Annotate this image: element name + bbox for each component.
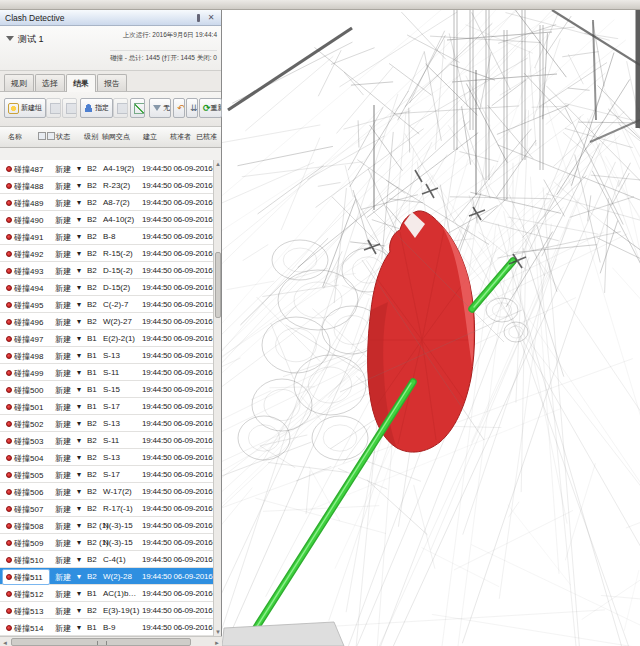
tab-报告[interactable]: 报告 — [97, 74, 127, 91]
column-header-4[interactable]: 轴网交点 — [102, 132, 130, 142]
compact-button[interactable]: ⇊ — [186, 98, 198, 118]
created-datetime: 19:44:50 06-09-2016 — [142, 555, 213, 564]
status-dropdown-icon[interactable]: ▾ — [77, 215, 81, 224]
grid-header[interactable]: 名称状态级别轴网交点建立核准者已核准 — [0, 127, 221, 148]
column-header-6[interactable]: 核准者 — [170, 132, 191, 142]
table-row[interactable]: 碰撞502新建▾B2S-1319:44:50 06-09-2016 — [0, 415, 214, 432]
table-row[interactable]: 碰撞488新建▾B2R-23(2)19:44:50 06-09-2016 — [0, 177, 214, 194]
test-name[interactable]: 测试 1 — [18, 33, 44, 46]
table-row[interactable]: 碰撞513新建▾B2E(3)-19(1)19:44:50 06-09-2016 — [0, 602, 214, 619]
vertical-scrollbar[interactable]: ▲ ▼ — [213, 160, 221, 636]
table-row[interactable]: 碰撞499新建▾B1S-1119:44:50 06-09-2016 — [0, 364, 214, 381]
table-row[interactable]: 碰撞514新建▾B1B-919:44:50 06-09-2016 — [0, 619, 214, 636]
table-row[interactable]: 碰撞491新建▾B2B-819:44:50 06-09-2016 — [0, 228, 214, 245]
status-dropdown-icon[interactable]: ▾ — [77, 623, 81, 632]
panel-titlebar[interactable]: Clash Detective ✕ — [0, 10, 221, 26]
scroll-right-icon[interactable]: ► — [213, 639, 221, 646]
status-dropdown-icon[interactable]: ▾ — [77, 334, 81, 343]
status-dropdown-icon[interactable]: ▾ — [77, 368, 81, 377]
table-row[interactable]: 碰撞504新建▾B2S-1319:44:50 06-09-2016 — [0, 449, 214, 466]
clash-status-dot-icon — [6, 268, 12, 274]
status-dropdown-icon[interactable]: ▾ — [77, 589, 81, 598]
status-dropdown-icon[interactable]: ▾ — [77, 181, 81, 190]
3d-viewport[interactable] — [222, 10, 640, 646]
table-row[interactable]: 碰撞487新建▾B2A4-19(2)19:44:50 06-09-2016 — [0, 160, 214, 177]
status-dropdown-icon[interactable]: ▾ — [77, 521, 81, 530]
status-dropdown-icon[interactable]: ▾ — [77, 317, 81, 326]
table-row[interactable]: 碰撞489新建▾B2A8-7(2)19:44:50 06-09-2016 — [0, 194, 214, 211]
unassign-button[interactable] — [113, 98, 128, 118]
chevron-down-icon[interactable] — [6, 36, 14, 41]
status-dropdown-icon[interactable]: ▾ — [77, 555, 81, 564]
tab-结果[interactable]: 结果 — [66, 74, 96, 92]
close-icon[interactable]: ✕ — [206, 13, 216, 23]
comment-button[interactable] — [130, 98, 145, 118]
add-to-group-button[interactable] — [46, 98, 61, 118]
pin-icon[interactable] — [193, 13, 203, 23]
status-dropdown-icon[interactable]: ▾ — [77, 606, 81, 615]
tab-选择[interactable]: 选择 — [35, 74, 65, 91]
status-dropdown-icon[interactable]: ▾ — [77, 453, 81, 462]
table-row[interactable]: 碰撞507新建▾B2R-17(-1)19:44:50 06-09-2016 — [0, 500, 214, 517]
table-row[interactable]: 碰撞503新建▾B2S-1119:44:50 06-09-2016 — [0, 432, 214, 449]
table-row[interactable]: 碰撞501新建▾B1S-1719:44:50 06-09-2016 — [0, 398, 214, 415]
table-row[interactable]: 碰撞498新建▾B1S-1319:44:50 06-09-2016 — [0, 347, 214, 364]
table-row[interactable]: 碰撞496新建▾B2W(2)-2719:44:50 06-09-2016 — [0, 313, 214, 330]
status-dropdown-icon[interactable]: ▾ — [77, 470, 81, 479]
status-dropdown-icon[interactable]: ▾ — [77, 300, 81, 309]
table-row[interactable]: 碰撞500新建▾B1S-1519:44:50 06-09-2016 — [0, 381, 214, 398]
created-datetime: 19:44:50 06-09-2016 — [142, 283, 213, 292]
status-dropdown-icon[interactable]: ▾ — [77, 351, 81, 360]
table-row[interactable]: 碰撞492新建▾B2R-15(-2)19:44:50 06-09-2016 — [0, 245, 214, 262]
table-row[interactable]: 碰撞510新建▾B2C-4(1)19:44:50 06-09-2016 — [0, 551, 214, 568]
scroll-down-icon[interactable]: ▼ — [215, 628, 221, 636]
horizontal-scroll-thumb[interactable] — [11, 638, 191, 646]
table-row[interactable]: 碰撞493新建▾B2D-15(-2)19:44:50 06-09-2016 — [0, 262, 214, 279]
status-dropdown-icon[interactable]: ▾ — [77, 198, 81, 207]
status-dropdown-icon[interactable]: ▾ — [77, 232, 81, 241]
status-dropdown-icon[interactable]: ▾ — [77, 504, 81, 513]
status-dropdown-icon[interactable]: ▾ — [77, 538, 81, 547]
remove-from-group-button[interactable] — [62, 98, 77, 118]
scroll-up-icon[interactable]: ▲ — [215, 160, 221, 168]
status-dropdown-icon[interactable]: ▾ — [77, 266, 81, 275]
column-header-7[interactable]: 已核准 — [196, 132, 217, 142]
column-header-3[interactable]: 级别 — [84, 132, 98, 142]
status-dropdown-icon[interactable]: ▾ — [77, 572, 81, 581]
remove-from-group-icon — [66, 103, 77, 114]
vertical-scroll-thumb[interactable] — [215, 252, 221, 318]
status-dropdown-icon[interactable]: ▾ — [77, 283, 81, 292]
table-row[interactable]: 碰撞505新建▾B2S-1719:44:50 06-09-2016 — [0, 466, 214, 483]
reset-button[interactable]: ↶ — [173, 98, 185, 118]
assign-button[interactable]: 指定 — [80, 98, 113, 118]
scroll-left-icon[interactable]: ◄ — [1, 639, 9, 646]
table-row[interactable]: 碰撞490新建▾B2A4-10(2)19:44:50 06-09-2016 — [0, 211, 214, 228]
clash-name: 碰撞505 — [14, 470, 43, 481]
status-dropdown-icon[interactable]: ▾ — [77, 436, 81, 445]
status-dropdown-icon[interactable]: ▾ — [77, 385, 81, 394]
table-row[interactable]: 碰撞512新建▾B1AC(1)b…19:44:50 06-09-2016 — [0, 585, 214, 602]
table-row[interactable]: 碰撞511新建▾B2W(2)-2819:44:50 06-09-2016 — [0, 568, 214, 585]
column-header-5[interactable]: 建立 — [143, 132, 157, 142]
table-row[interactable]: 碰撞494新建▾B2D-15(2)19:44:50 06-09-2016 — [0, 279, 214, 296]
column-header-2[interactable]: 状态 — [56, 132, 70, 142]
status-dropdown-icon[interactable]: ▾ — [77, 402, 81, 411]
status-dropdown-icon[interactable]: ▾ — [77, 164, 81, 173]
table-row[interactable]: 碰撞509新建▾B2 (1)N(-3)-1519:44:50 06-09-201… — [0, 534, 214, 551]
rerun-test-button[interactable]: ⟳ 重新运行测试 — [199, 98, 222, 118]
status-dropdown-icon[interactable]: ▾ — [77, 249, 81, 258]
tab-规则[interactable]: 规则 — [4, 74, 34, 91]
table-row[interactable]: 碰撞497新建▾B1E(2)-2(1)19:44:50 06-09-2016 — [0, 330, 214, 347]
level-value: B2 — [87, 181, 97, 190]
column-header-1[interactable]: 名称 — [8, 132, 22, 142]
horizontal-scrollbar[interactable]: ◄ ► — [0, 636, 222, 646]
grid-intersection-value: S-13 — [103, 453, 120, 462]
table-row[interactable]: 碰撞508新建▾B2 (1)N(-3)-1519:44:50 06-09-201… — [0, 517, 214, 534]
new-group-button[interactable]: 新建组 — [4, 98, 46, 118]
status-dropdown-icon[interactable]: ▾ — [77, 419, 81, 428]
filter-dropdown[interactable]: 无 ▼ — [149, 98, 171, 118]
table-row[interactable]: 碰撞506新建▾B2W-17(2)19:44:50 06-09-2016 — [0, 483, 214, 500]
grid-intersection-value: R-17(-1) — [103, 504, 133, 513]
status-dropdown-icon[interactable]: ▾ — [77, 487, 81, 496]
table-row[interactable]: 碰撞495新建▾B2C(-2)-719:44:50 06-09-2016 — [0, 296, 214, 313]
